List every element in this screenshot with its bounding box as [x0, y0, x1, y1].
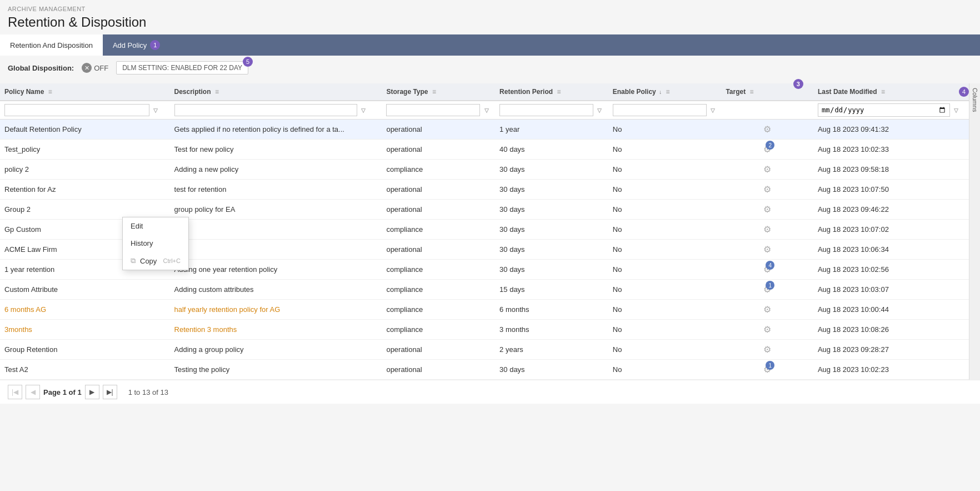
- col-policy-name-menu[interactable]: ≡: [48, 88, 52, 96]
- dlm-label: DLM SETTING: ENABLED FOR 22 DAY: [122, 64, 242, 72]
- col-retention-period[interactable]: Retention Period ≡: [495, 83, 608, 101]
- disposition-bar: Global Disposition: ✕ OFF DLM SETTING: E…: [0, 56, 980, 80]
- filter-retention-period-input[interactable]: [499, 104, 593, 116]
- prev-page-btn[interactable]: ◀: [26, 385, 40, 399]
- filter-retention-period: ▽: [495, 101, 608, 120]
- cell-target[interactable]: ⚙1: [721, 280, 813, 300]
- cell-policy-name[interactable]: Retention for Az: [0, 180, 170, 200]
- cell-retention-period: 6 months: [495, 300, 608, 320]
- col-last-date-menu[interactable]: ≡: [881, 88, 885, 96]
- gear-icon[interactable]: ⚙1: [763, 364, 771, 375]
- col-retention-period-menu[interactable]: ≡: [557, 88, 561, 96]
- cell-retention-period: 30 days: [495, 240, 608, 260]
- cell-target[interactable]: ⚙1: [721, 360, 813, 380]
- col-enable-policy-menu[interactable]: ≡: [666, 88, 669, 96]
- filter-description: ▽: [170, 101, 382, 120]
- cell-target[interactable]: ⚙: [721, 220, 813, 240]
- table-row: Test A2Testing the policyoperational30 d…: [0, 360, 969, 380]
- filter-last-date-icon[interactable]: ▽: [954, 107, 958, 113]
- gear-icon[interactable]: ⚙: [763, 344, 771, 355]
- cell-retention-period: 30 days: [495, 160, 608, 180]
- context-menu-history[interactable]: History: [123, 235, 188, 252]
- cell-policy-name[interactable]: Test A2: [0, 360, 170, 380]
- gear-icon[interactable]: ⚙: [763, 244, 771, 255]
- page-info: Page 1 of 1: [43, 388, 82, 396]
- cell-description: Test for new policy: [170, 140, 382, 160]
- cell-policy-name[interactable]: 3months: [0, 320, 170, 340]
- filter-storage-type-icon[interactable]: ▽: [484, 107, 489, 113]
- cell-enable-policy: No: [608, 160, 722, 180]
- off-badge[interactable]: ✕ OFF: [82, 63, 108, 73]
- cell-storage-type: compliance: [382, 280, 495, 300]
- table-row: policy 2Adding a new policycompliance30 …: [0, 160, 969, 180]
- col-description-menu[interactable]: ≡: [215, 88, 219, 96]
- cell-target[interactable]: ⚙: [721, 240, 813, 260]
- col-target[interactable]: Target 3 ≡: [721, 83, 813, 101]
- col-description[interactable]: Description ≡: [170, 83, 382, 101]
- cell-target[interactable]: ⚙: [721, 160, 813, 180]
- filter-retention-period-icon[interactable]: ▽: [597, 107, 602, 113]
- cell-description: Retention 3 months: [170, 320, 382, 340]
- filter-policy-name-input[interactable]: [4, 104, 149, 116]
- gear-icon[interactable]: ⚙: [763, 164, 771, 175]
- next-page-btn[interactable]: ▶: [85, 385, 99, 399]
- context-menu-copy[interactable]: ⧉ Copy Ctrl+C: [123, 252, 188, 270]
- cell-target[interactable]: ⚙: [721, 180, 813, 200]
- context-menu-edit[interactable]: Edit: [123, 217, 188, 235]
- tab-retention[interactable]: Retention And Disposition: [0, 34, 103, 56]
- cell-policy-name[interactable]: Default Retention Policy: [0, 120, 170, 140]
- filter-policy-name-icon[interactable]: ▽: [153, 107, 158, 113]
- filter-enable-policy-icon[interactable]: ▽: [711, 107, 715, 113]
- tab-add-policy-badge: 1: [150, 40, 160, 50]
- cell-storage-type: operational: [382, 120, 495, 140]
- cell-policy-name[interactable]: policy 2: [0, 160, 170, 180]
- cell-policy-name[interactable]: Group Retention: [0, 340, 170, 360]
- cell-target[interactable]: ⚙: [721, 340, 813, 360]
- last-page-btn[interactable]: ▶|: [103, 385, 117, 399]
- gear-icon[interactable]: ⚙: [763, 204, 771, 215]
- cell-enable-policy: No: [608, 340, 722, 360]
- filter-storage-type-input[interactable]: [386, 104, 480, 116]
- first-page-btn[interactable]: |◀: [8, 385, 22, 399]
- col-storage-type-menu[interactable]: ≡: [432, 88, 436, 96]
- gear-icon[interactable]: ⚙: [763, 324, 771, 335]
- gear-icon[interactable]: ⚙1: [763, 284, 771, 295]
- cell-description: group policy for EA: [170, 200, 382, 220]
- columns-toggle[interactable]: Columns: [969, 83, 980, 380]
- cell-target[interactable]: ⚙: [721, 200, 813, 220]
- tab-add-policy[interactable]: Add Policy 1: [103, 34, 170, 56]
- cell-target[interactable]: ⚙2: [721, 140, 813, 160]
- filter-enable-policy-input[interactable]: [613, 104, 707, 116]
- cell-last-date-modified: Aug 18 2023 10:08:26: [813, 320, 969, 340]
- cell-target[interactable]: ⚙4: [721, 260, 813, 280]
- gear-icon[interactable]: ⚙2: [763, 144, 771, 155]
- cell-storage-type: compliance: [382, 300, 495, 320]
- col-storage-type[interactable]: Storage Type ≡: [382, 83, 495, 101]
- cell-last-date-modified: Aug 18 2023 09:58:18: [813, 160, 969, 180]
- gear-icon[interactable]: ⚙: [763, 184, 771, 195]
- filter-description-icon[interactable]: ▽: [361, 107, 366, 113]
- cell-target[interactable]: ⚙: [721, 300, 813, 320]
- gear-icon[interactable]: ⚙: [763, 304, 771, 315]
- tab-bar: Retention And Disposition Add Policy 1: [0, 34, 980, 56]
- cell-description: Adding a group policy: [170, 340, 382, 360]
- col-policy-name[interactable]: Policy Name ≡: [0, 83, 170, 101]
- col-last-date[interactable]: Last Date Modified ≡: [813, 83, 969, 101]
- filter-last-date-input[interactable]: [818, 103, 950, 117]
- cell-policy-name[interactable]: Test_policy: [0, 140, 170, 160]
- cell-policy-name[interactable]: Custom Attribute: [0, 280, 170, 300]
- gear-icon[interactable]: ⚙4: [763, 264, 771, 275]
- col-enable-policy[interactable]: Enable Policy ↓ ≡: [608, 83, 722, 101]
- cell-policy-name[interactable]: 6 months AG: [0, 300, 170, 320]
- filter-description-input[interactable]: [174, 104, 357, 116]
- col-target-menu[interactable]: ≡: [750, 88, 754, 96]
- gear-icon[interactable]: ⚙: [763, 224, 771, 235]
- gear-icon[interactable]: ⚙: [763, 124, 771, 135]
- cell-storage-type: operational: [382, 360, 495, 380]
- cell-target[interactable]: ⚙: [721, 320, 813, 340]
- context-menu-copy-label: Copy: [140, 257, 157, 265]
- cell-retention-period: 3 months: [495, 320, 608, 340]
- cell-storage-type: compliance: [382, 320, 495, 340]
- dlm-badge[interactable]: DLM SETTING: ENABLED FOR 22 DAY 5: [116, 61, 248, 75]
- cell-target[interactable]: ⚙: [721, 120, 813, 140]
